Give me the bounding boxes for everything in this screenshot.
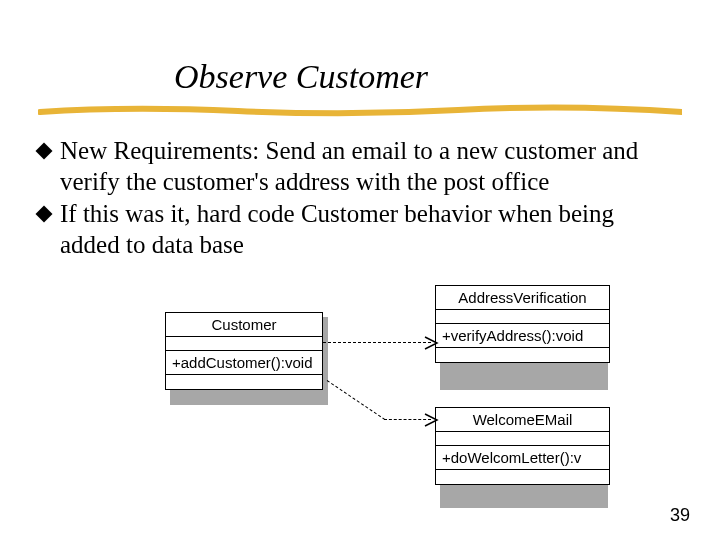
uml-class-name: AddressVerification (436, 286, 609, 310)
uml-diagram: AddressVerification +verifyAddress():voi… (150, 300, 610, 505)
page-number: 39 (670, 505, 690, 526)
bullet-diamond-icon (36, 143, 53, 160)
bullet-item: If this was it, hard code Customer behav… (38, 199, 678, 260)
uml-section-empty (436, 348, 609, 362)
arrow-head-icon (423, 335, 439, 351)
bullet-text: New Requirements: Send an email to a new… (60, 136, 678, 197)
dependency-arrow (327, 380, 386, 420)
slide-title: Observe Customer (174, 58, 428, 96)
uml-method: +verifyAddress():void (436, 324, 609, 348)
uml-class-name: WelcomeEMail (436, 408, 609, 432)
title-underline (38, 104, 682, 118)
uml-class-customer: Customer +addCustomer():void (165, 312, 323, 390)
bullet-diamond-icon (36, 206, 53, 223)
uml-attributes-empty (166, 337, 322, 351)
uml-section-empty (166, 375, 322, 389)
uml-method: +addCustomer():void (166, 351, 322, 375)
uml-class-name: Customer (166, 313, 322, 337)
bullet-text: If this was it, hard code Customer behav… (60, 199, 678, 260)
dependency-arrow (323, 342, 431, 343)
uml-section-empty (436, 470, 609, 484)
uml-attributes-empty (436, 432, 609, 446)
uml-method: +doWelcomLetter():v (436, 446, 609, 470)
uml-attributes-empty (436, 310, 609, 324)
bullet-item: New Requirements: Send an email to a new… (38, 136, 678, 197)
uml-class-addressverification: AddressVerification +verifyAddress():voi… (435, 285, 610, 363)
uml-class-welcomeemail: WelcomeEMail +doWelcomLetter():v (435, 407, 610, 485)
arrow-head-icon (423, 412, 439, 428)
bullet-list: New Requirements: Send an email to a new… (38, 136, 678, 262)
